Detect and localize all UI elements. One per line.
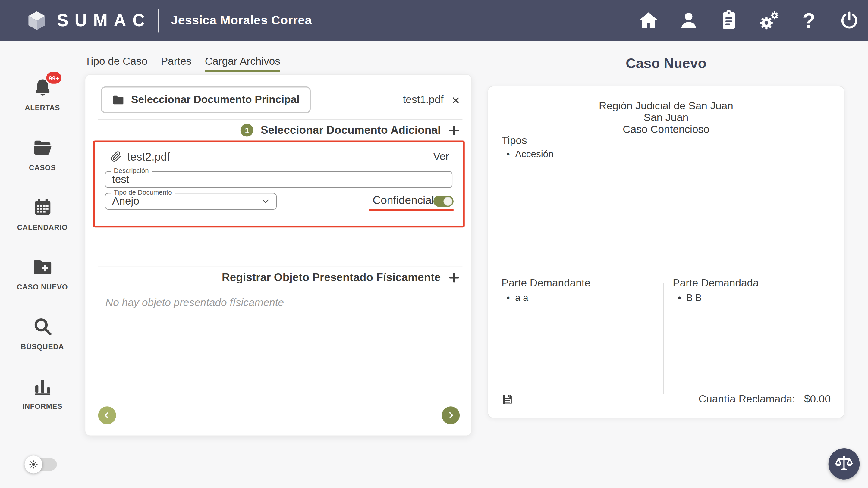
clipboard-icon[interactable]: [717, 9, 740, 32]
power-icon[interactable]: [838, 9, 860, 32]
additional-document-header: 1 Seleccionar Documento Adicional: [241, 124, 460, 137]
confidential-toggle[interactable]: [433, 196, 454, 207]
folder-plus-icon: [31, 255, 54, 278]
claim-amount-row: Cuantía Reclamada: $0.00: [699, 393, 831, 405]
annotation-underline: [369, 209, 453, 211]
main-file-name: test1.pdf: [403, 94, 444, 106]
sidebar-item-calendario[interactable]: CALENDARIO: [0, 196, 85, 255]
page-title: Caso Nuevo: [488, 55, 845, 72]
additional-document-title: Seleccionar Documento Adicional: [261, 124, 441, 137]
types-list: Accesión: [507, 149, 554, 160]
search-icon: [31, 315, 54, 337]
brand-name: SUMAC: [57, 10, 151, 30]
brightness-icon: [24, 455, 42, 473]
next-step-button[interactable]: [442, 406, 460, 424]
tab-partes[interactable]: Partes: [161, 55, 192, 72]
description-input[interactable]: [105, 172, 452, 187]
defendant-section: Parte Demandada B B: [673, 277, 758, 304]
main-content: Tipo de Caso Partes Cargar Archivos Sele…: [85, 55, 472, 436]
wizard-tabs: Tipo de Caso Partes Cargar Archivos: [85, 55, 472, 72]
types-label: Tipos: [501, 134, 527, 147]
app-root: SUMAC Jessica Morales Correa: [0, 0, 868, 488]
document-type-select[interactable]: Tipo de Documento Anejo: [105, 193, 277, 210]
attachment-row: test2.pdf Ver: [110, 149, 449, 164]
case-class-line: Caso Contencioso: [488, 123, 844, 135]
sidebar-item-label: INFORMES: [22, 402, 62, 410]
main-file: test1.pdf: [403, 94, 460, 106]
remove-main-file-icon[interactable]: [451, 96, 460, 104]
summary-header: Región Judicial de San Juan San Juan Cas…: [488, 100, 844, 135]
chevron-left-icon: [102, 410, 112, 420]
defendant-list: B B: [678, 293, 759, 304]
sidebar-item-label: CASO NUEVO: [17, 283, 68, 291]
sidebar-item-label: ALERTAS: [25, 104, 60, 112]
sidebar-item-busqueda[interactable]: BÚSQUEDA: [0, 315, 85, 375]
sidebar-item-label: BÚSQUEDA: [21, 342, 64, 351]
plaintiff-label: Parte Demandante: [501, 277, 590, 290]
divider: [98, 267, 463, 267]
main-document-row: Seleccionar Documento Principal test1.pd…: [101, 86, 460, 114]
help-icon[interactable]: ?: [798, 9, 820, 32]
select-main-document-button[interactable]: Seleccionar Documento Principal: [101, 87, 311, 113]
summary-card: Región Judicial de San Juan San Juan Cas…: [488, 86, 845, 418]
add-additional-document-button[interactable]: [448, 124, 460, 136]
list-item: Accesión: [507, 149, 554, 160]
document-type-value: Anejo: [112, 195, 260, 207]
add-physical-object-button[interactable]: [448, 271, 460, 284]
previous-step-button[interactable]: [98, 406, 116, 424]
theme-toggle[interactable]: [24, 455, 57, 473]
plaintiff-list: a a: [507, 293, 591, 304]
divider: [98, 119, 463, 120]
topbar: SUMAC Jessica Morales Correa: [0, 0, 868, 41]
sidebar-item-casos[interactable]: CASOS: [0, 136, 85, 196]
attachment-file-name: test2.pdf: [127, 150, 170, 163]
description-field: Descripción: [105, 171, 453, 188]
home-icon[interactable]: [637, 9, 659, 32]
physical-object-title: Registrar Objeto Presentado Físicamente: [222, 271, 441, 284]
description-field-label: Descripción: [111, 167, 152, 174]
brand: SUMAC: [26, 9, 151, 32]
save-icon[interactable]: [501, 393, 514, 405]
bar-chart-icon: [31, 375, 54, 397]
topbar-actions: ?: [637, 9, 860, 32]
claim-label: Cuantía Reclamada:: [699, 393, 795, 405]
summary-footer: Cuantía Reclamada: $0.00: [501, 393, 831, 405]
calendar-icon: [31, 196, 54, 218]
topbar-divider: [158, 9, 159, 32]
folder-icon: [31, 136, 54, 158]
sidebar-item-caso-nuevo[interactable]: CASO NUEVO: [0, 255, 85, 315]
step-count-badge: 1: [241, 124, 253, 137]
sidebar-item-label: CALENDARIO: [17, 223, 68, 231]
sidebar-item-alertas[interactable]: 99+ ALERTAS: [0, 76, 85, 136]
current-user-name: Jessica Morales Correa: [171, 13, 312, 27]
list-item: a a: [507, 293, 591, 304]
tab-cargar-archivos[interactable]: Cargar Archivos: [205, 55, 280, 72]
sidebar-item-informes[interactable]: INFORMES: [0, 375, 85, 434]
bell-icon: 99+: [31, 76, 54, 99]
user-icon[interactable]: [677, 9, 700, 32]
select-main-document-label: Seleccionar Documento Principal: [131, 94, 300, 106]
document-type-label: Tipo de Documento: [111, 189, 175, 196]
settings-gears-icon[interactable]: [758, 9, 780, 32]
sidebar: 99+ ALERTAS CASOS: [0, 41, 85, 488]
alerts-count-badge: 99+: [45, 71, 63, 85]
party-divider: [663, 283, 664, 394]
confidential-label: Confidencial: [373, 194, 434, 207]
claim-value: $0.00: [804, 393, 831, 405]
toggle-knob: [443, 197, 453, 206]
scales-of-justice-badge[interactable]: [829, 448, 860, 480]
municipality-line: San Juan: [488, 111, 844, 123]
view-attachment-link[interactable]: Ver: [433, 151, 449, 163]
case-summary-panel: Caso Nuevo Región Judicial de San Juan S…: [488, 55, 845, 418]
physical-object-empty-text: No hay objeto presentado físicamente: [105, 297, 284, 309]
upload-card: Seleccionar Documento Principal test1.pd…: [85, 74, 472, 436]
physical-object-header: Registrar Objeto Presentado Físicamente: [222, 271, 460, 284]
chevron-down-icon: [260, 196, 270, 206]
chevron-right-icon: [446, 410, 456, 420]
sidebar-item-label: CASOS: [29, 163, 56, 172]
defendant-label: Parte Demandada: [673, 277, 758, 290]
tab-tipo-de-caso[interactable]: Tipo de Caso: [85, 55, 147, 72]
scales-icon: [834, 454, 854, 474]
folder-icon: [112, 94, 124, 106]
plaintiff-section: Parte Demandante a a: [501, 277, 590, 304]
